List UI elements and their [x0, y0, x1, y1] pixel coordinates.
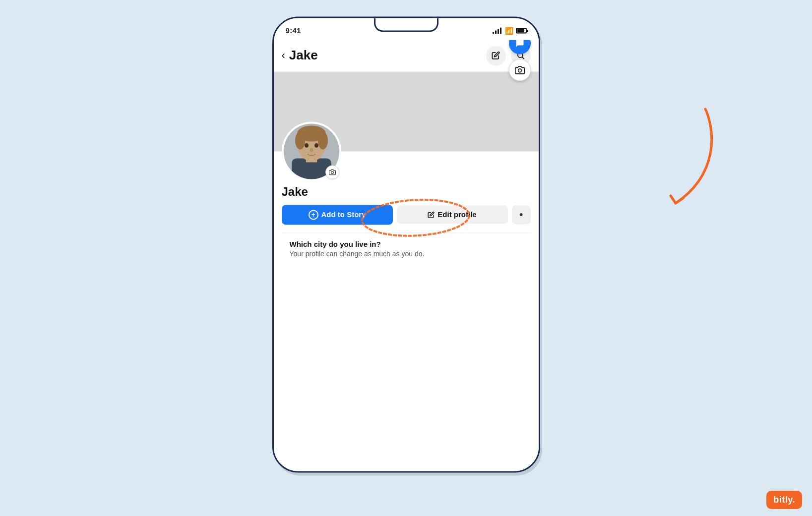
avatar-camera-button[interactable] — [325, 165, 339, 179]
bitly-label: bitly. — [773, 495, 795, 505]
signal-icon — [493, 27, 501, 34]
status-icons: 📶 — [493, 27, 527, 35]
phone-notch — [374, 18, 438, 32]
message-button[interactable] — [509, 40, 531, 54]
svg-point-7 — [295, 131, 305, 149]
city-question: Which city do you live in? — [290, 240, 523, 248]
edit-profile-label: Edit profile — [437, 210, 476, 219]
app-content: ‹ Jake — [274, 40, 539, 471]
add-to-story-button[interactable]: + Add to Story — [282, 205, 393, 225]
phone-mockup: 9:41 📶 ‹ Jake — [272, 16, 540, 472]
floating-buttons — [509, 40, 531, 81]
header-bar: ‹ Jake — [274, 40, 539, 72]
phone-frame: 9:41 📶 ‹ Jake — [272, 16, 540, 472]
more-icon: • — [519, 209, 523, 220]
camera-button[interactable] — [509, 59, 531, 81]
svg-point-10 — [314, 143, 318, 147]
city-description: Your profile can change as much as you d… — [290, 250, 523, 258]
edit-profile-icon — [428, 211, 435, 218]
add-story-icon: + — [309, 210, 318, 220]
back-button[interactable]: ‹ — [282, 49, 285, 62]
profile-header-title: Jake — [289, 48, 318, 63]
battery-icon — [516, 28, 527, 33]
more-options-button[interactable]: • — [512, 205, 531, 224]
add-to-story-label: Add to Story — [321, 210, 366, 219]
city-section: Which city do you live in? Your profile … — [282, 232, 531, 265]
svg-point-2 — [518, 68, 521, 72]
profile-name: Jake — [282, 185, 531, 199]
header-edit-button[interactable] — [486, 46, 506, 65]
bitly-badge: bitly. — [766, 491, 802, 509]
svg-point-9 — [305, 143, 309, 147]
edit-profile-button[interactable]: Edit profile — [397, 205, 508, 224]
profile-section: Jake + Add to Story Edit pro — [274, 151, 539, 271]
svg-point-12 — [331, 171, 333, 173]
svg-point-8 — [318, 131, 328, 149]
avatar-wrapper — [282, 121, 341, 181]
header-left: ‹ Jake — [282, 48, 318, 63]
action-buttons: + Add to Story Edit profile • — [282, 205, 531, 225]
status-time: 9:41 — [286, 26, 301, 35]
wifi-icon: 📶 — [505, 27, 513, 35]
svg-point-11 — [310, 148, 313, 152]
